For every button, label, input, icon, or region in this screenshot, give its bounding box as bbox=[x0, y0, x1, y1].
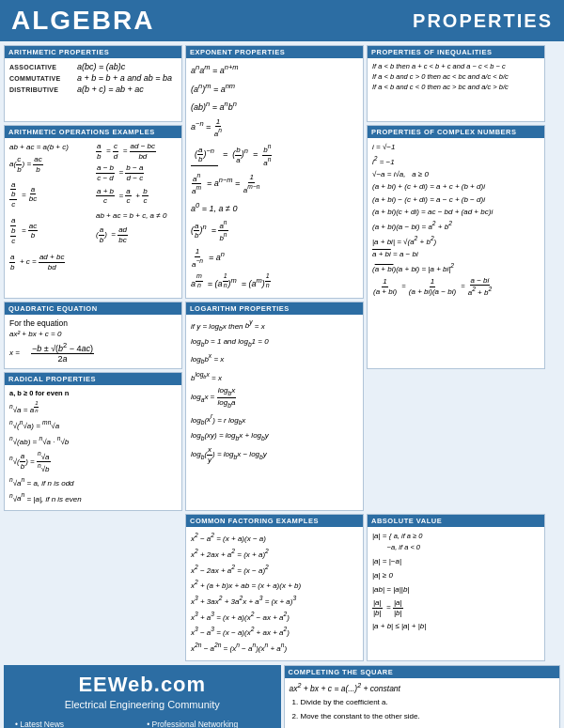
radical-item-1: n√a = a1n bbox=[9, 400, 177, 416]
radical-item-4: n√(ab) = n√an√b bbox=[9, 450, 177, 474]
eeweb-links-col2: Professional Networking Personal Profile… bbox=[147, 718, 269, 728]
complex-item-div: 1 (a + bi) = 1 (a + bi)(a − bi) = a − bi… bbox=[372, 276, 540, 298]
ops-col2-item2: a − bc − d = b − ad − c bbox=[96, 163, 177, 182]
ops-col2-item3: a + bc = ac + bc bbox=[96, 187, 177, 206]
eeweb-promo: EEWeb.com Electrical Engineering Communi… bbox=[4, 665, 281, 728]
exp-item-2: (an)m = anm bbox=[191, 81, 358, 97]
radical-title: RADICAL PROPERTIES bbox=[5, 373, 181, 385]
distributive-label: DISTRIBUTIVE bbox=[9, 86, 77, 93]
commutative-label: COMMUTATIVE bbox=[9, 75, 77, 82]
exponent-properties-section: EXPONENT PROPERTIES anam = an+m (an)m = … bbox=[185, 45, 364, 299]
ops-col1-item5: ab + c = ad + bcbd bbox=[9, 253, 90, 271]
factor-item-3: x2 − 2ax + a2 = (x − a)2 bbox=[191, 563, 358, 577]
abs-item-6: |a + b| ≤ |a| + |b| bbox=[372, 621, 540, 632]
factor-item-7: x3 − a3 = (x − a)(x2 + ax + a2) bbox=[191, 625, 358, 639]
arithmetic-properties-title: ARITHMETIC PROPERTIES bbox=[5, 46, 181, 58]
ops-col2-item5: (ab) = adbc bbox=[96, 225, 177, 244]
cs-step-1: Divide by the coefficient a. bbox=[301, 696, 556, 709]
distributive-row: DISTRIBUTIVE a(b + c) = ab + ac bbox=[9, 85, 177, 94]
log-item-8: logb(xy) = logbx − logby bbox=[191, 445, 358, 464]
completing-square-formula: ax2 + bx + c = a(...)2 + constant bbox=[290, 682, 556, 693]
abs-item-1: |a| = { a, if a ≥ 0 −a, if a < 0 bbox=[372, 531, 540, 553]
exp-item-1: anam = an+m bbox=[191, 62, 358, 78]
completing-square-steps: Divide by the coefficient a. Move the co… bbox=[290, 696, 556, 728]
commutative-formula: a + b = b + a and ab = ba bbox=[77, 73, 172, 83]
radical-item-6: n√an = |a|, if n is even bbox=[9, 491, 177, 505]
factor-item-5: x3 + 3ax2 + 3a2x + a3 = (x + a)3 bbox=[191, 594, 358, 608]
completing-square-title: COMPLETING THE SQUARE bbox=[285, 666, 560, 678]
eeweb-link-networking: Professional Networking bbox=[147, 718, 269, 728]
ops-col2: ab = cd = ad − bcbd a − bc − d = b − ad … bbox=[96, 142, 177, 271]
complex-item-conj: a + bi = a − bi bbox=[372, 249, 540, 259]
log-title: LOGARITHM PROPERTIES bbox=[186, 302, 363, 315]
log-item-6: logb(xr) = r logbx bbox=[191, 412, 358, 427]
complex-item-mul: (a + bi)(c + di) = ac − bd + (ad + bc)i bbox=[372, 207, 540, 217]
header: ALGEBRA PROPERTIES bbox=[0, 0, 564, 41]
ops-col1: ab + ac = a(b + c) a(cb) = acb abc = abc… bbox=[9, 142, 90, 271]
eeweb-link-news: Latest News bbox=[15, 718, 137, 728]
ops-col1-item2: a(cb) = acb bbox=[9, 155, 90, 174]
distributive-formula: a(b + c) = ab + ac bbox=[77, 85, 144, 94]
cs-step-3: Take half of the coefficient b/a, square… bbox=[301, 724, 556, 728]
abs-item-2: |a| = |−a| bbox=[372, 556, 540, 567]
ops-grid: ab + ac = a(b + c) a(cb) = acb abc = abc… bbox=[9, 142, 177, 271]
quadratic-formula: x = −b ± √(b2 − 4ac) 2a bbox=[9, 341, 177, 365]
exp-item-7: a0 = 1, a ≠ 0 bbox=[191, 200, 358, 216]
log-item-2: logbb = 1 and logb1 = 0 bbox=[191, 336, 358, 349]
arith-ops-section: ARITHMETIC OPERATIONS EXAMPLES ab + ac =… bbox=[4, 125, 182, 298]
ineq-item-3: If a < b and c < 0 then ac > bc and a/c … bbox=[372, 83, 540, 91]
log-item-7: logb(xy) = logbx + logby bbox=[191, 430, 358, 443]
ops-col2-item1: ab = cd = ad − bcbd bbox=[96, 142, 177, 161]
quadratic-for-label: For the equation bbox=[9, 318, 177, 328]
ineq-item-2: If a < b and c > 0 then ac < bc and a/c … bbox=[372, 72, 540, 81]
log-item-3: logbbx = x bbox=[191, 351, 358, 366]
factor-item-1: x2 − a2 = (x + a)(x − a) bbox=[191, 531, 358, 545]
factor-item-8: x2n − a2n = (xn − an)(xn + an) bbox=[191, 641, 358, 655]
exponent-title: EXPONENT PROPERTIES bbox=[186, 46, 363, 58]
abs-item-3: |a| ≥ 0 bbox=[372, 570, 540, 581]
complex-item-abs: |a + bi| = √(a2 + b2) bbox=[372, 234, 540, 247]
factor-item-2: x2 + 2ax + a2 = (x + a)2 bbox=[191, 547, 358, 561]
cs-step-2: Move the constant to the other side. bbox=[301, 710, 556, 723]
exp-item-6: anam = an−m = 1am−n bbox=[191, 172, 358, 196]
arithmetic-properties-section: ARITHMETIC PROPERTIES ASSOCIATIVE a(bc) … bbox=[4, 45, 182, 122]
page-subtitle: PROPERTIES bbox=[413, 10, 553, 32]
arith-ops-title: ARITHMETIC OPERATIONS EXAMPLES bbox=[5, 126, 181, 138]
associative-label: ASSOCIATIVE bbox=[9, 64, 77, 70]
page-title: ALGEBRA bbox=[11, 6, 154, 36]
complex-title: PROPERTIES OF COMPLEX NUMBERS bbox=[368, 126, 544, 138]
absolute-value-section: ABSOLUTE VALUE |a| = { a, if a ≥ 0 −a, i… bbox=[367, 514, 545, 660]
absolute-value-title: ABSOLUTE VALUE bbox=[368, 515, 544, 527]
ineq-item-1: If a < b then a + c < b + c and a − c < … bbox=[372, 62, 540, 70]
eeweb-tagline: Electrical Engineering Community bbox=[15, 699, 270, 710]
complex-item-i2: i2 = −1 bbox=[372, 154, 540, 167]
quadratic-condition: ax² + bx + c = 0 bbox=[9, 330, 177, 338]
eeweb-links-col1: Latest News Engineering Community Online… bbox=[15, 718, 137, 728]
exp-item-10: amn = (a1n)m = (am)1n bbox=[191, 272, 358, 290]
complex-section: PROPERTIES OF COMPLEX NUMBERS i = √−1 i2… bbox=[367, 125, 545, 369]
exp-item-9: 1a−n = an bbox=[191, 247, 358, 269]
ops-col1-item1: ab + ac = a(b + c) bbox=[9, 142, 90, 152]
radical-item-5: n√an = a, if n is odd bbox=[9, 475, 177, 489]
radical-note: a, b ≥ 0 for even n bbox=[9, 389, 177, 397]
radical-item-2: n√(n√a) = mn√a bbox=[9, 418, 177, 432]
factor-item-6: x3 + a3 = (x + a)(x2 − ax + a2) bbox=[191, 610, 358, 624]
radical-item-3: n√(ab) = n√a · n√b bbox=[9, 434, 177, 448]
exp-item-4: a−n = 1an bbox=[191, 117, 358, 139]
log-item-4: blogbx = x bbox=[191, 370, 358, 384]
abs-item-5: |a||b| = |a||b| bbox=[372, 598, 540, 617]
abs-item-4: |ab| = |a||b| bbox=[372, 584, 540, 596]
factor-item-4: x2 + (a + b)x + ab = (x + a)(x + b) bbox=[191, 578, 358, 592]
eeweb-main-title: EEWeb.com bbox=[15, 673, 270, 697]
ops-col1-item4: abc = acb bbox=[9, 216, 90, 245]
factoring-title: COMMON FACTORING EXAMPLES bbox=[186, 515, 363, 527]
commutative-row: COMMUTATIVE a + b = b + a and ab = ba bbox=[9, 73, 177, 83]
log-item-5: logax = logbxlogba bbox=[191, 386, 358, 409]
log-item-1: if y = logbx then by = x bbox=[191, 318, 358, 333]
exp-item-3: (ab)n = anbn bbox=[191, 99, 358, 115]
completing-square-section: COMPLETING THE SQUARE ax2 + bx + c = a(.… bbox=[284, 665, 561, 728]
ops-col2-item4: ab + ac = b + c, a ≠ 0 bbox=[96, 210, 177, 221]
complex-item-sqrt-a: √−a = i√a, a ≥ 0 bbox=[372, 169, 540, 179]
quadratic-section: QUADRATIC EQUATION For the equation ax² … bbox=[4, 302, 182, 370]
ops-col1-item3: abc = abc bbox=[9, 180, 90, 209]
